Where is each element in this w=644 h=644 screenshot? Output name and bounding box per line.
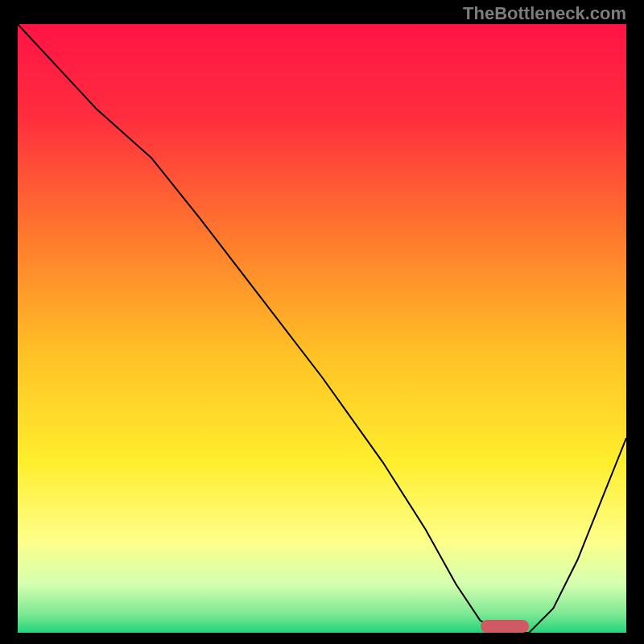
plot-area [18,24,626,626]
watermark-text: TheBottleneck.com [463,3,626,24]
svg-rect-0 [18,24,626,633]
background-gradient [18,24,626,633]
chart-frame: TheBottleneck.com [0,0,644,644]
optimal-range-marker [481,620,529,633]
